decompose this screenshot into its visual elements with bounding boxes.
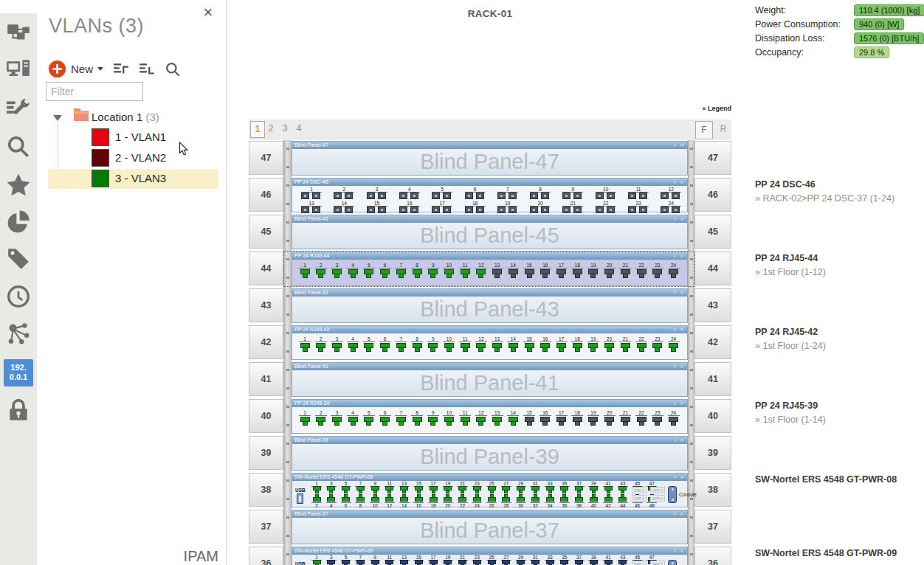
rj45-port[interactable] <box>364 343 373 352</box>
rj45-port[interactable] <box>637 269 647 278</box>
rj45-port[interactable] <box>546 494 554 502</box>
sfp-slot[interactable]: SFP 1 <box>632 561 647 565</box>
rj45-port[interactable] <box>316 269 325 278</box>
rj45-port[interactable] <box>413 269 422 278</box>
rj45-port[interactable] <box>621 417 630 426</box>
dsc-port-pair[interactable] <box>465 207 484 213</box>
rack-panel[interactable]: PP 24 RJ45-42F R123456789101112131415161… <box>292 325 688 360</box>
rj45-port[interactable] <box>300 269 310 278</box>
ip-address-badge[interactable]: 192.0.0.1 <box>4 359 33 387</box>
rj45-port[interactable] <box>525 417 534 426</box>
rj45-port[interactable] <box>618 486 627 493</box>
tree-search-icon[interactable] <box>165 61 181 76</box>
dsc-port-pair[interactable] <box>497 207 517 213</box>
rj45-port[interactable] <box>540 417 550 426</box>
rack-panel[interactable]: Blind Panel-47F RBlind Panel-47 <box>292 141 688 176</box>
dsc-port-pair[interactable] <box>530 193 549 199</box>
rj45-port[interactable] <box>327 560 335 565</box>
rj45-port[interactable] <box>473 486 481 493</box>
rj45-port[interactable] <box>588 343 598 352</box>
rack-panel[interactable]: PP 24 DSC-46F R1132143154165176187198209… <box>292 178 688 212</box>
tag-icon[interactable] <box>6 246 31 271</box>
rj45-port[interactable] <box>385 486 393 493</box>
close-icon[interactable]: × <box>199 3 217 22</box>
rj45-port[interactable] <box>621 343 630 352</box>
sfp-slot[interactable]: SFP 3 <box>650 561 665 565</box>
rj45-port[interactable] <box>502 486 510 493</box>
rj45-port[interactable] <box>652 343 662 352</box>
rj45-port[interactable] <box>492 417 502 426</box>
rj45-port[interactable] <box>604 494 613 502</box>
dsc-port-pair[interactable] <box>367 193 386 199</box>
rj45-port[interactable] <box>356 494 365 502</box>
rack-panel[interactable]: Blind Panel-37F RBlind Panel-37 <box>292 510 688 544</box>
network-map-icon[interactable] <box>6 21 31 46</box>
rj45-port[interactable] <box>652 417 662 426</box>
dsc-port-pair[interactable] <box>530 207 549 213</box>
rj45-port[interactable] <box>590 494 598 502</box>
rj45-port[interactable] <box>396 269 406 278</box>
filter-input[interactable] <box>46 82 143 101</box>
rj45-port[interactable] <box>428 269 438 278</box>
tree-root-location[interactable]: Location 1 (3) <box>92 111 159 123</box>
rj45-port[interactable] <box>573 343 582 352</box>
rj45-port[interactable] <box>313 494 321 502</box>
legend-link[interactable]: « Legend <box>649 105 731 112</box>
rj45-port[interactable] <box>508 343 518 352</box>
dsc-port-pair[interactable] <box>334 193 353 199</box>
dsc-port-pair[interactable] <box>596 193 615 199</box>
search-icon[interactable] <box>6 134 31 159</box>
rj45-port[interactable] <box>342 486 350 493</box>
rj45-port[interactable] <box>575 560 583 565</box>
usb-port[interactable] <box>297 493 303 504</box>
rj45-port[interactable] <box>669 417 678 426</box>
dsc-port-pair[interactable] <box>497 193 517 199</box>
rj45-port[interactable] <box>637 343 647 352</box>
rack-panel[interactable]: Blind Panel-39F RBlind Panel-39 <box>292 436 688 471</box>
tree-expander-icon[interactable] <box>53 115 62 121</box>
rj45-port[interactable] <box>413 417 422 426</box>
rj45-port[interactable] <box>356 560 365 565</box>
rj45-port[interactable] <box>531 486 539 493</box>
rj45-port[interactable] <box>316 343 325 352</box>
rj45-port[interactable] <box>588 269 598 278</box>
sfp-slot[interactable]: SFP 2 <box>632 495 647 502</box>
rj45-port[interactable] <box>476 269 486 278</box>
server-tools-icon[interactable] <box>6 96 31 121</box>
dsc-port-pair[interactable] <box>301 207 320 213</box>
rj45-port[interactable] <box>332 269 342 278</box>
rj45-port[interactable] <box>371 560 379 565</box>
rj45-port[interactable] <box>371 494 379 502</box>
rj45-port[interactable] <box>502 560 510 565</box>
rj45-port[interactable] <box>385 560 393 565</box>
rj45-port[interactable] <box>588 417 598 426</box>
rack-panel[interactable]: Blind Panel-45F RBlind Panel-45 <box>292 215 688 249</box>
rj45-port[interactable] <box>415 486 423 493</box>
clock-icon[interactable] <box>6 284 31 309</box>
rj45-port[interactable] <box>300 417 310 426</box>
rj45-port[interactable] <box>573 269 582 278</box>
console-port[interactable] <box>668 486 677 503</box>
rj45-port[interactable] <box>380 269 390 278</box>
rj45-port[interactable] <box>590 560 598 565</box>
rj45-port[interactable] <box>313 486 321 493</box>
rj45-port[interactable] <box>517 560 525 565</box>
rj45-port[interactable] <box>604 269 614 278</box>
new-plus-icon[interactable] <box>49 60 66 77</box>
rj45-port[interactable] <box>400 486 408 493</box>
rj45-port[interactable] <box>473 560 481 565</box>
dsc-port-pair[interactable] <box>399 207 418 213</box>
rj45-port[interactable] <box>502 494 510 502</box>
dsc-port-pair[interactable] <box>596 207 615 213</box>
rj45-port[interactable] <box>508 269 518 278</box>
vlan-tree-item[interactable]: 2 - VLAN2 <box>48 148 218 168</box>
expand-all-icon[interactable] <box>113 61 129 76</box>
dsc-port-pair[interactable] <box>628 193 647 199</box>
workstation-icon[interactable] <box>6 58 31 83</box>
rj45-port[interactable] <box>364 417 373 426</box>
rack-view-tab-4[interactable]: 4 <box>292 123 306 134</box>
collapse-all-icon[interactable] <box>139 61 155 76</box>
sfp-slot[interactable]: SFP 1 <box>632 487 647 493</box>
dsc-port-pair[interactable] <box>562 207 582 213</box>
rj45-port[interactable] <box>652 269 662 278</box>
